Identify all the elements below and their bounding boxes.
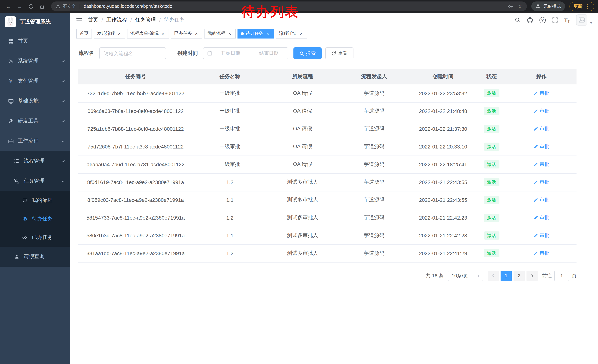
sidebar-item-my-process[interactable]: 我的流程 (0, 191, 70, 210)
sidebar-item-task-mgmt[interactable]: 任务管理 (0, 171, 70, 191)
bookmark-star-icon[interactable]: ☆ (517, 3, 523, 10)
starter-cell: 芋道源码 (339, 84, 409, 102)
status-cell: 激活 (477, 138, 507, 155)
page-size-value: 10条/页 (452, 272, 468, 279)
create-time-cell: 2022-01-22 23:53:32 (410, 84, 477, 102)
table-row: 8f059c03-7ac8-11ec-a9e2-a2380e71991a 1.1… (78, 191, 576, 209)
sidebar-item-label: 支付管理 (18, 78, 39, 84)
tab-close-icon[interactable]: × (299, 31, 304, 36)
sidebar-item-infrastructure[interactable]: 基础设施 (0, 91, 70, 111)
approve-button[interactable]: 审批 (534, 126, 549, 132)
avatar-caret-icon[interactable]: ▾ (590, 21, 592, 25)
tab-close-icon[interactable]: × (160, 31, 166, 36)
task-id-cell: 58154733-7ac8-11ec-a9e2-a2380e71991a (78, 209, 193, 226)
font-size-icon[interactable]: TT (564, 17, 570, 23)
browser-menu-icon[interactable]: ⋮ (585, 3, 590, 9)
create-time-range-picker[interactable]: 开始日期 - 结束日期 (203, 47, 288, 59)
tab[interactable]: 已办任务 × (171, 29, 202, 38)
chevron-down-icon (61, 59, 65, 63)
sidebar-item-system-mgmt[interactable]: 系统管理 (0, 51, 70, 71)
sidebar-item-todo-task[interactable]: 待办任务 (0, 210, 70, 228)
yen-icon: ¥ (8, 78, 14, 84)
dashboard-icon (8, 38, 14, 44)
process-cell: 测试多审批人 (266, 226, 339, 244)
create-time-cell: 2022-01-22 21:37:30 (410, 120, 477, 138)
search-icon[interactable] (515, 17, 520, 23)
chevron-down-icon (61, 119, 65, 123)
tab[interactable]: 流程表单-编辑 × (127, 29, 169, 38)
sidebar-item-home[interactable]: 首页 (0, 31, 70, 51)
browser-reload-icon[interactable] (26, 1, 36, 11)
prev-page-button[interactable] (488, 270, 499, 281)
page-url: dashboard.yudao.iocoder.cn/bpm/task/todo (84, 4, 172, 9)
sidebar-collapse-icon[interactable] (76, 17, 82, 23)
next-page-button[interactable] (526, 270, 538, 281)
browser-forward-icon[interactable]: → (15, 1, 25, 11)
tab[interactable]: 我的流程 × (204, 29, 236, 38)
approve-button[interactable]: 审批 (534, 90, 549, 97)
address-bar[interactable]: 不安全 dashboard.yudao.iocoder.cn/bpm/task/… (51, 1, 527, 11)
sidebar-item-done-task[interactable]: 已办任务 (0, 228, 70, 247)
github-icon[interactable] (527, 17, 533, 23)
approve-button[interactable]: 审批 (534, 197, 549, 203)
sidebar-logo[interactable]: 芋道管理系统 (0, 13, 70, 31)
actions-cell: 审批 (507, 209, 576, 226)
page-number-button[interactable]: 1 (500, 270, 512, 281)
help-icon[interactable]: ? (539, 17, 546, 23)
approve-button[interactable]: 审批 (534, 250, 549, 257)
tab[interactable]: 首页 × (76, 29, 92, 38)
browser-update-button[interactable]: 更新 ⋮ (569, 2, 594, 11)
browser-back-icon[interactable]: ← (4, 1, 13, 11)
app-title: 芋道管理系统 (20, 18, 51, 25)
search-button[interactable]: 搜索 (293, 47, 322, 59)
status-badge: 激活 (484, 125, 499, 133)
sidebar-item-label: 研发工具 (18, 118, 39, 124)
approve-button[interactable]: 审批 (534, 232, 549, 239)
approve-button[interactable]: 审批 (534, 214, 549, 221)
breadcrumb-home[interactable]: 首页 (88, 17, 98, 23)
browser-home-icon[interactable] (37, 1, 47, 11)
list-icon (13, 159, 20, 164)
password-key-icon[interactable] (507, 4, 513, 9)
tab-close-icon[interactable]: × (265, 31, 270, 36)
sidebar: 芋道管理系统 首页 系统管理 ¥ (0, 13, 70, 364)
search-icon (299, 51, 304, 56)
approve-button[interactable]: 审批 (534, 161, 549, 168)
table-row: 75d72608-7b7f-11ec-a3c8-acde48001122 一级审… (78, 138, 576, 155)
status-badge: 激活 (484, 89, 499, 97)
process-name-input[interactable] (99, 47, 166, 59)
chevron-down-icon (61, 159, 65, 163)
status-badge: 激活 (484, 249, 499, 258)
page-number-button[interactable]: 2 (514, 270, 525, 281)
status-cell: 激活 (477, 84, 507, 102)
chevron-up-icon (61, 179, 65, 183)
tab-close-icon[interactable]: × (117, 31, 122, 36)
approve-button[interactable]: 审批 (534, 143, 549, 150)
tab[interactable]: 待办任务 × (238, 29, 274, 38)
sidebar-item-payment-mgmt[interactable]: ¥ 支付管理 (0, 71, 70, 91)
user-avatar[interactable] (576, 15, 587, 25)
breadcrumb-task-mgmt[interactable]: 任务管理 (135, 17, 156, 23)
security-label: 不安全 (63, 3, 76, 9)
sidebar-item-workflow[interactable]: 工作流程 (0, 131, 70, 151)
tab-close-icon[interactable]: × (227, 31, 232, 36)
reset-button[interactable]: 重置 (325, 47, 353, 59)
status-badge: 激活 (484, 160, 499, 169)
fullscreen-icon[interactable] (552, 17, 558, 23)
process-cell: 测试多审批人 (266, 191, 339, 209)
tab-label: 发起流程 (97, 30, 115, 37)
breadcrumb-workflow[interactable]: 工作流程 (106, 17, 127, 23)
tab[interactable]: 流程详情 × (276, 29, 307, 38)
approve-button[interactable]: 审批 (534, 179, 549, 186)
sidebar-item-dev-tools[interactable]: 研发工具 (0, 111, 70, 131)
sidebar-item-label: 我的流程 (32, 197, 53, 204)
status-cell: 激活 (477, 226, 507, 244)
page-size-select[interactable]: 10条/页 ▾ (448, 270, 483, 281)
tab[interactable]: 发起流程 × (94, 29, 125, 38)
tab-close-icon[interactable]: × (194, 31, 199, 36)
status-badge: 激活 (484, 178, 499, 186)
sidebar-item-leave-query[interactable]: 请假查询 (0, 247, 70, 267)
approve-button[interactable]: 审批 (534, 108, 549, 114)
sidebar-item-process-mgmt[interactable]: 流程管理 (0, 151, 70, 171)
goto-page-input[interactable] (554, 270, 569, 281)
